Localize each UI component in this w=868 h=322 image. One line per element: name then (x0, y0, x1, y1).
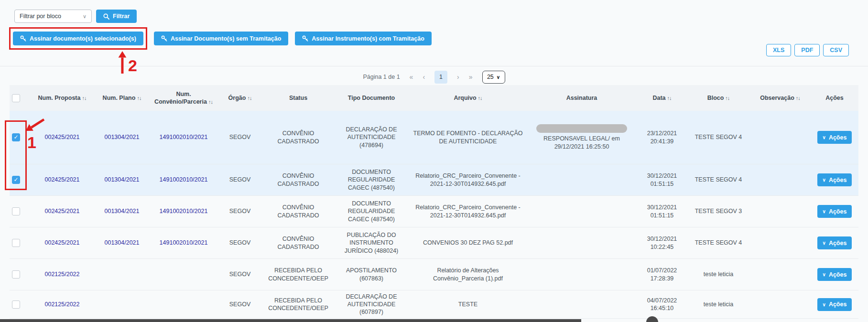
cell-tipo-documento: DOCUMENTO REGULARIDADE CAGEC (487540) (334, 166, 409, 193)
sort-icon[interactable]: ↑↓ (137, 95, 141, 101)
header-num-plano[interactable]: Num. Plano↑↓ (94, 92, 150, 104)
sort-icon[interactable]: ↑↓ (667, 95, 672, 101)
cell-num-proposta[interactable]: 002425/2021 (31, 205, 94, 217)
cell-assinatura (527, 273, 637, 277)
cell-num-convenio[interactable] (150, 302, 217, 306)
cell-assinatura (527, 210, 637, 214)
header-status: Status (263, 92, 334, 104)
last-page-button[interactable]: » (469, 73, 473, 81)
row-checkbox[interactable]: ✓ (12, 133, 20, 141)
header-label: Num. Plano (103, 95, 136, 101)
cell-num-proposta[interactable]: 002425/2021 (31, 237, 94, 248)
cell-num-proposta[interactable]: 002425/2021 (31, 131, 94, 143)
cell-num-plano[interactable] (94, 273, 150, 277)
export-csv-button[interactable]: CSV (823, 44, 849, 56)
cell-num-convenio[interactable]: 1491002010/2021 (150, 131, 217, 143)
cell-num-plano[interactable] (94, 302, 150, 306)
header--rg-o[interactable]: Órgão↑↓ (217, 92, 263, 104)
row-checkbox[interactable] (12, 207, 20, 215)
chevron-down-icon: ∨ (823, 135, 826, 140)
cell-num-plano[interactable]: 001304/2021 (94, 205, 150, 217)
header-num-proposta[interactable]: Num. Proposta↑↓ (31, 92, 94, 104)
select-all-checkbox[interactable] (12, 94, 20, 102)
content-divider (0, 66, 868, 66)
first-page-button[interactable]: « (410, 73, 413, 81)
header-data[interactable]: Data↑↓ (637, 92, 687, 104)
cell-observacao (749, 241, 811, 245)
cell-num-proposta[interactable]: 002125/2022 (31, 299, 94, 310)
page-size-select[interactable]: 25 ∨ (482, 71, 505, 84)
sort-icon[interactable]: ↑↓ (796, 95, 800, 101)
cell-orgao: SEGOV (217, 131, 263, 143)
cell-observacao (749, 178, 811, 182)
cell-data: 30/12/202110:22:45 (637, 233, 687, 253)
cell-status: CONVÊNIO CADASTRADO (263, 170, 334, 190)
chevron-down-icon: ∨ (823, 209, 826, 214)
cell-observacao (749, 273, 811, 277)
cell-num-plano[interactable]: 001304/2021 (94, 174, 150, 185)
table-body: ✓ 002425/2021 001304/2021 1491002010/202… (10, 111, 858, 319)
filtrar-button[interactable]: Filtrar (96, 10, 137, 23)
chevron-down-icon: ∨ (83, 13, 87, 20)
cell-assinatura (527, 178, 637, 182)
header-observa-o[interactable]: Observação↑↓ (749, 92, 811, 104)
assinar-selecionados-label: Assinar documento(s) selecionado(s) (30, 35, 136, 42)
assinar-sem-tramitacao-button[interactable]: Assinar Documento(s) sem Tramitação (154, 32, 288, 45)
row-checkbox[interactable]: ✓ (12, 176, 20, 184)
sort-icon[interactable]: ↑↓ (208, 99, 213, 105)
acoes-button[interactable]: ∨ Ações (817, 131, 852, 144)
cell-tipo-documento: DOCUMENTO REGULARIDADE CAGEC (487540) (334, 198, 409, 225)
row-checkbox[interactable] (12, 270, 20, 279)
pagination: Página 1 de 1 « ‹ 1 › » 25 ∨ (0, 70, 868, 84)
cell-arquivo: TERMO DE FOMENTO - DECLARAÇÃO DE AUTENTI… (409, 128, 527, 147)
assinar-com-tramitacao-button[interactable]: Assinar Instrumento(s) com Tramitação (295, 32, 431, 45)
header-bloco[interactable]: Bloco↑↓ (687, 92, 749, 104)
key-icon (20, 35, 26, 42)
cell-num-plano[interactable]: 001304/2021 (94, 237, 150, 248)
cell-num-convenio[interactable]: 1491002010/2021 (150, 205, 217, 217)
cell-data: 30/12/202101:51:15 (637, 202, 687, 221)
export-buttons: XLS PDF CSV (766, 44, 849, 56)
export-pdf-button[interactable]: PDF (794, 44, 820, 56)
acoes-button[interactable]: ∨ Ações (817, 298, 852, 311)
header-checkbox-cell (10, 92, 31, 104)
assinar-sem-tramitacao-label: Assinar Documento(s) sem Tramitação (171, 35, 281, 42)
cell-bloco: TESTE SEGOV 4 (687, 174, 749, 185)
current-page-button[interactable]: 1 (434, 71, 447, 84)
sort-icon[interactable]: ↑↓ (478, 95, 482, 101)
filter-bloco-select[interactable]: Filtrar por bloco ∨ (14, 10, 92, 23)
chevron-down-icon: ∨ (823, 240, 826, 246)
acoes-button[interactable]: ∨ Ações (817, 268, 852, 281)
cell-arquivo: TESTE (409, 299, 527, 310)
next-page-button[interactable]: › (457, 73, 459, 81)
row-checkbox-cell (10, 268, 31, 280)
cell-num-proposta[interactable]: 002125/2022 (31, 268, 94, 280)
cell-num-plano[interactable]: 001304/2021 (94, 131, 150, 143)
header-label: Tipo Documento (348, 95, 395, 101)
acoes-button[interactable]: ∨ Ações (817, 205, 852, 218)
cell-orgao: SEGOV (217, 237, 263, 248)
sort-icon[interactable]: ↑↓ (247, 95, 251, 101)
cell-num-convenio[interactable]: 1491002010/2021 (150, 237, 217, 248)
cell-acoes: ∨ Ações (811, 235, 858, 251)
cell-acoes: ∨ Ações (811, 129, 858, 146)
cell-num-proposta[interactable]: 002425/2021 (31, 174, 94, 185)
table-row: 002125/2022 SEGOV RECEBIDA PELO CONCEDEN… (10, 290, 858, 319)
assinar-selecionados-button[interactable]: Assinar documento(s) selecionado(s) (13, 32, 143, 45)
header-label: Observação (760, 95, 794, 101)
row-checkbox[interactable] (12, 301, 20, 309)
cell-num-convenio[interactable] (150, 273, 217, 277)
acoes-button[interactable]: ∨ Ações (817, 236, 852, 249)
acoes-button[interactable]: ∨ Ações (817, 173, 852, 186)
header-label: Num. Proposta (38, 95, 81, 101)
row-checkbox[interactable] (12, 239, 20, 247)
key-icon (302, 35, 308, 42)
sort-icon[interactable]: ↑↓ (725, 95, 729, 101)
prev-page-button[interactable]: ‹ (423, 73, 425, 81)
cell-num-convenio[interactable]: 1491002010/2021 (150, 174, 217, 185)
export-xls-button[interactable]: XLS (766, 44, 791, 56)
header-num-conv-nio-parceria[interactable]: Num. Convênio/Parceria↑↓ (150, 88, 217, 108)
header-arquivo[interactable]: Arquivo↑↓ (409, 92, 527, 104)
filtrar-button-label: Filtrar (113, 13, 130, 20)
sort-icon[interactable]: ↑↓ (82, 95, 86, 101)
